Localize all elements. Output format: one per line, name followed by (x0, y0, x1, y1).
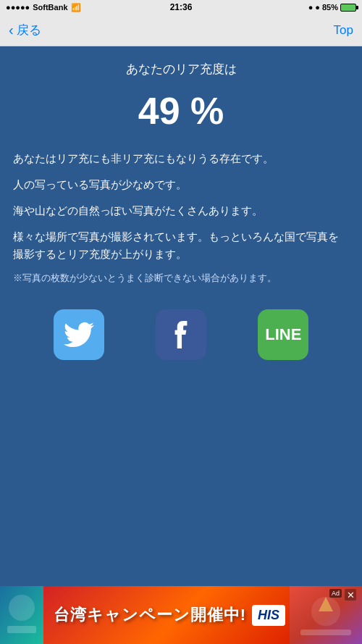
ad-close-button[interactable]: ✕ (345, 589, 356, 601)
facebook-icon (171, 319, 191, 350)
desc-line-1: あなたはリア充にも非リア充にもなりうる存在です。 (13, 150, 349, 167)
location-icon: ● (308, 3, 313, 12)
facebook-share-button[interactable] (156, 309, 206, 360)
twitter-share-button[interactable] (54, 309, 104, 360)
top-button[interactable]: Top (334, 23, 353, 38)
nav-bar: ‹ 戻る Top (0, 14, 362, 46)
status-left: ●●●●● SoftBank 📶 (6, 3, 81, 12)
svg-point-1 (9, 595, 35, 621)
ad-logo: HIS (252, 605, 285, 626)
ad-banner-content: 台湾キャンペーン開催中! HIS Ad (0, 586, 362, 644)
battery-icon (340, 4, 356, 12)
social-share-section: LINE (13, 302, 349, 375)
ad-main-text: 台湾キャンペーン開催中! (54, 604, 246, 626)
desc-line-3: 海や山などの自然っぽい写真がたくさんあります。 (13, 202, 349, 219)
ad-banner[interactable]: 台湾キャンペーン開催中! HIS Ad (0, 586, 362, 644)
ad-left-image (0, 586, 43, 644)
svg-rect-2 (7, 626, 36, 633)
result-description: あなたはリア充にも非リア充にもなりうる存在です。 人の写っている写真が少なめです… (13, 150, 349, 263)
status-bar: ●●●●● SoftBank 📶 21:36 ● ● 85% (0, 0, 362, 14)
result-note: ※写真の枚数が少ないとうまく診断できない場合があります。 (13, 272, 349, 285)
carrier-label: SoftBank (33, 3, 67, 12)
svg-rect-5 (300, 630, 351, 635)
wifi-icon: 📶 (71, 3, 81, 12)
twitter-icon (64, 319, 94, 350)
signal-dots: ●●●●● (6, 3, 30, 12)
bluetooth-icon: ● (315, 3, 320, 12)
back-label: 戻る (17, 22, 41, 38)
time-label: 21:36 (170, 2, 193, 12)
result-subtitle: あなたのリア充度は (13, 61, 349, 78)
status-right: ● ● 85% (308, 3, 356, 12)
line-icon: LINE (265, 325, 301, 344)
battery-label: 85% (322, 3, 338, 12)
ad-badge: Ad (329, 589, 342, 598)
main-content: あなたのリア充度は 49 % あなたはリア充にも非リア充にもなりうる存在です。 … (0, 46, 362, 586)
desc-line-2: 人の写っている写真が少なめです。 (13, 176, 349, 193)
result-percentage: 49 % (13, 89, 349, 133)
back-button[interactable]: ‹ 戻る (9, 22, 41, 38)
desc-line-4: 様々な場所で写真が撮影されています。もっといろんな国で写真を撮影するとリア充度が… (13, 228, 349, 263)
line-share-button[interactable]: LINE (258, 309, 308, 360)
back-chevron-icon: ‹ (9, 22, 14, 37)
